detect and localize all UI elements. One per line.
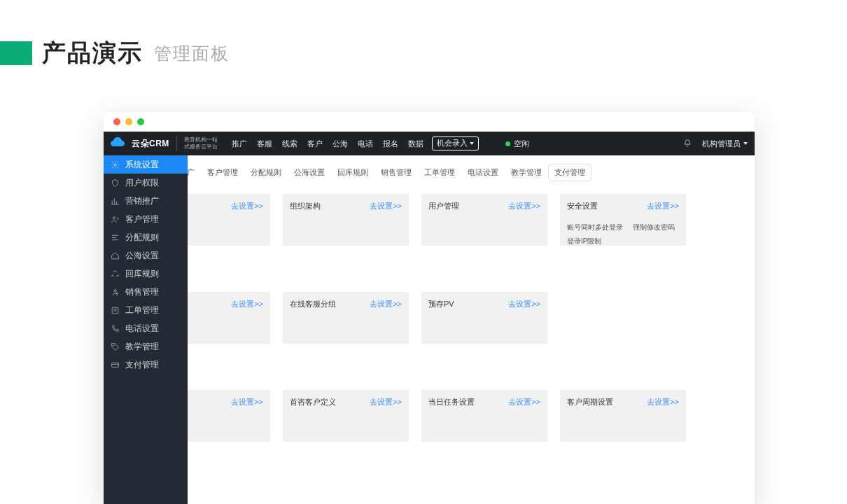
bell-icon[interactable]	[682, 139, 692, 148]
sidebar-item-chart[interactable]: 营销推广	[104, 192, 188, 210]
settings-card: 当日任务设置去设置>>	[421, 390, 547, 442]
card-sections: 去设置>>组织架构去设置>>用户管理去设置>>安全设置去设置>>账号同时多处登录…	[188, 181, 755, 442]
ticket-icon	[111, 306, 120, 315]
window-zoom-dot[interactable]	[137, 118, 144, 125]
subtab[interactable]: 分配规则	[244, 164, 288, 181]
sidebar-item-label: 工单管理	[125, 305, 159, 316]
settings-card: 用户管理去设置>>	[421, 194, 547, 246]
go-settings-link[interactable]: 去设置>>	[231, 397, 263, 407]
settings-card: 组织架构去设置>>	[283, 194, 409, 246]
top-nav-item[interactable]: 公海	[332, 139, 348, 149]
sidebar-item-label: 公海设置	[125, 251, 159, 261]
settings-card: 去设置>>	[188, 292, 270, 344]
card-row: 去设置>>首咨客户定义去设置>>当日任务设置去设置>>客户周期设置去设置>>	[188, 390, 755, 442]
sidebar-item-label: 销售管理	[125, 287, 159, 298]
sidebar-item-label: 分配规则	[125, 232, 159, 243]
go-settings-link[interactable]: 去设置>>	[647, 201, 679, 211]
subtab[interactable]: 公海设置	[288, 164, 331, 181]
sidebar-item-ticket[interactable]: 工单管理	[104, 301, 188, 319]
top-nav-item[interactable]: 电话	[358, 139, 373, 149]
status-dot-online	[505, 141, 510, 146]
top-nav-item[interactable]: 推广	[232, 139, 247, 149]
window-minimize-dot[interactable]	[125, 118, 132, 125]
sidebar-item-recycle[interactable]: 回库规则	[104, 265, 188, 283]
card-detail-item: 账号同时多处登录	[567, 223, 623, 232]
window-titlebar	[104, 112, 755, 132]
settings-card: 在线客服分组去设置>>	[283, 292, 409, 344]
rules-icon	[111, 233, 120, 242]
top-nav-item[interactable]: 线索	[282, 139, 298, 149]
go-settings-link[interactable]: 去设置>>	[647, 397, 679, 407]
subtab[interactable]: 客户管理	[201, 164, 244, 181]
subtab[interactable]: 电话设置	[461, 164, 505, 181]
subtab[interactable]: 支付管理	[548, 164, 592, 181]
sidebar-item-label: 支付管理	[125, 360, 159, 370]
page-title-sub: 管理面板	[154, 42, 230, 65]
go-settings-link[interactable]: 去设置>>	[508, 397, 540, 407]
window-close-dot[interactable]	[113, 118, 120, 125]
card-row: 去设置>>在线客服分组去设置>>预存PV去设置>>	[188, 292, 755, 344]
subtab[interactable]: 广	[188, 164, 201, 181]
settings-card: 首咨客户定义去设置>>	[283, 390, 409, 442]
go-settings-link[interactable]: 去设置>>	[370, 299, 402, 309]
top-nav-item[interactable]: 数据	[408, 139, 424, 149]
presence-status[interactable]: 空闲	[505, 139, 529, 149]
sidebar-item-rules[interactable]: 分配规则	[104, 228, 188, 246]
go-settings-link[interactable]: 去设置>>	[370, 397, 402, 407]
house-icon	[111, 251, 120, 260]
sidebar-item-sales[interactable]: 销售管理	[104, 283, 188, 301]
top-nav-item[interactable]: 报名	[383, 139, 398, 149]
go-settings-link[interactable]: 去设置>>	[231, 299, 263, 309]
subtab[interactable]: 回库规则	[331, 164, 374, 181]
sidebar-item-settings[interactable]: 系统设置	[104, 155, 188, 174]
svg-point-1	[113, 216, 115, 218]
users-icon	[111, 215, 120, 224]
sidebar-item-users[interactable]: 客户管理	[104, 210, 188, 228]
workspace: 系统设置用户权限营销推广客户管理分配规则公海设置回库规则销售管理工单管理电话设置…	[104, 155, 755, 504]
card-row: 去设置>>组织架构去设置>>用户管理去设置>>安全设置去设置>>账号同时多处登录…	[188, 194, 755, 246]
sidebar-item-card[interactable]: 支付管理	[104, 356, 188, 374]
go-settings-link[interactable]: 去设置>>	[508, 201, 540, 211]
sidebar-item-label: 系统设置	[125, 160, 159, 170]
sidebar-item-shield[interactable]: 用户权限	[104, 174, 188, 192]
sidebar-item-label: 用户权限	[125, 178, 159, 188]
chart-icon	[111, 197, 120, 206]
phone-icon	[111, 324, 120, 333]
sidebar-item-label: 营销推广	[125, 196, 159, 206]
chevron-down-icon	[743, 142, 748, 145]
sidebar-item-label: 客户管理	[125, 214, 159, 225]
topbar: 云朵CRM 教育机构一站 式服务云平台 推广客服线索客户公海电话报名数据 机会录…	[104, 132, 755, 155]
svg-rect-4	[112, 307, 118, 314]
go-settings-link[interactable]: 去设置>>	[508, 299, 540, 309]
svg-rect-6	[112, 363, 119, 368]
chevron-down-icon	[470, 142, 474, 145]
sidebar-item-label: 电话设置	[125, 323, 159, 334]
page-title-main: 产品演示	[42, 37, 143, 69]
subtab[interactable]: 销售管理	[374, 164, 418, 181]
go-settings-link[interactable]: 去设置>>	[231, 201, 263, 211]
opportunity-entry-button[interactable]: 机会录入	[432, 136, 479, 150]
app-window: 云朵CRM 教育机构一站 式服务云平台 推广客服线索客户公海电话报名数据 机会录…	[104, 112, 755, 504]
user-menu[interactable]: 机构管理员	[702, 139, 748, 149]
sales-icon	[111, 288, 120, 297]
settings-card: 安全设置去设置>>账号同时多处登录强制修改密码登录IP限制	[560, 194, 686, 246]
top-nav-item[interactable]: 客服	[257, 139, 272, 149]
go-settings-link[interactable]: 去设置>>	[370, 201, 402, 211]
settings-card: 客户周期设置去设置>>	[560, 390, 686, 442]
settings-icon	[111, 160, 120, 169]
page-header: 产品演示 管理面板	[0, 37, 230, 69]
sidebar-item-house[interactable]: 公海设置	[104, 246, 188, 265]
card-icon	[111, 360, 120, 370]
logo-divider	[176, 136, 177, 151]
sidebar-item-tag[interactable]: 教学管理	[104, 337, 188, 356]
topbar-right: 机构管理员	[682, 139, 748, 149]
subtab[interactable]: 工单管理	[418, 164, 461, 181]
svg-point-2	[114, 289, 116, 291]
subtab[interactable]: 教学管理	[505, 164, 548, 181]
svg-point-5	[113, 344, 114, 345]
logo-text: 云朵CRM	[132, 138, 169, 150]
logo: 云朵CRM 教育机构一站 式服务云平台	[109, 134, 225, 153]
settings-card: 预存PV去设置>>	[421, 292, 547, 344]
sidebar-item-phone[interactable]: 电话设置	[104, 319, 188, 337]
top-nav-item[interactable]: 客户	[307, 139, 323, 149]
